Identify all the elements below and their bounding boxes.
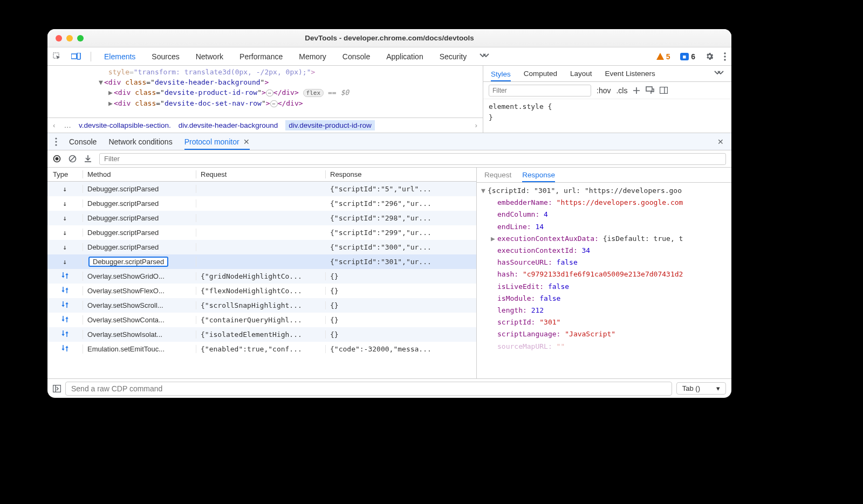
devtools-window: DevTools - developer.chrome.com/docs/dev… <box>47 29 731 398</box>
main-tab-strip: Elements Sources Network Performance Mem… <box>47 47 731 66</box>
table-row[interactable]: Overlay.setShowConta...{"containerQueryH… <box>47 313 476 327</box>
cell-response: {"scriptId":"298","ur... <box>326 214 476 222</box>
protocol-table: Type Method Request Response ↓Debugger.s… <box>47 168 477 378</box>
close-tab-icon[interactable]: ✕ <box>243 137 250 146</box>
sidebar-toggle-icon[interactable] <box>660 87 668 94</box>
tab-styles[interactable]: Styles <box>491 70 511 81</box>
breadcrumb-right-icon[interactable]: › <box>474 121 479 129</box>
cell-response: {"scriptId":"296","ur... <box>326 199 476 208</box>
titlebar: DevTools - developer.chrome.com/docs/dev… <box>47 29 731 47</box>
cell-response: {"scriptId":"5","url"... <box>326 185 476 193</box>
col-method[interactable]: Method <box>83 170 196 178</box>
drawer-tab-protocol-monitor[interactable]: Protocol monitor ✕ <box>184 137 250 150</box>
svg-point-13 <box>56 157 59 161</box>
detail-tab-strip: Request Response <box>477 168 731 183</box>
cell-method: Overlay.setShowGridO... <box>83 272 196 280</box>
breadcrumb-item-active[interactable]: div.devsite-product-id-row <box>285 120 375 130</box>
drawer-tab-network-conditions[interactable]: Network conditions <box>108 137 172 146</box>
cell-type <box>47 315 83 325</box>
svg-point-10 <box>55 141 57 142</box>
table-row[interactable]: ↓Debugger.scriptParsed{"scriptId":"299",… <box>47 225 476 240</box>
cell-request: {"scrollSnapHighlight... <box>196 301 326 309</box>
tab-event-listeners[interactable]: Event Listeners <box>605 70 655 78</box>
styles-more-tabs-icon[interactable] <box>714 71 724 77</box>
table-row[interactable]: Overlay.setShowFlexO...{"flexNodeHighlig… <box>47 284 476 298</box>
table-row[interactable]: ↓Debugger.scriptParsed{"scriptId":"300",… <box>47 240 476 254</box>
tab-network[interactable]: Network <box>193 52 227 61</box>
element-style-close: } <box>489 112 726 123</box>
protocol-filter-input[interactable] <box>99 153 726 165</box>
cell-request: {"flexNodeHighlightCo... <box>196 287 326 295</box>
issue-indicator[interactable]: ■ 6 <box>680 52 695 61</box>
drawer-tab-console[interactable]: Console <box>69 137 97 146</box>
paint-icon[interactable] <box>646 86 654 94</box>
minimize-window[interactable] <box>66 35 73 42</box>
cell-response: {} <box>326 316 476 324</box>
dom-row[interactable]: ▶<div class="devsite-doc-set-nav-row">⋯<… <box>47 98 483 109</box>
table-row[interactable]: Overlay.setShowIsolat...{"isolatedElemen… <box>47 327 476 342</box>
toggle-sidebar-icon[interactable] <box>53 385 61 392</box>
svg-rect-1 <box>71 54 77 59</box>
close-window[interactable] <box>56 35 62 42</box>
tab-application[interactable]: Application <box>383 52 427 61</box>
cdp-command-input[interactable] <box>65 382 672 396</box>
detail-body[interactable]: ▼{scriptId: "301", url: "https://develop… <box>477 183 731 378</box>
tab-button[interactable]: Tab ()▾ <box>676 382 726 395</box>
warning-indicator[interactable]: 5 <box>656 52 670 61</box>
device-toolbar-icon[interactable] <box>71 53 81 60</box>
settings-icon[interactable] <box>705 52 714 61</box>
table-row[interactable]: Emulation.setEmitTouc...{"enabled":true,… <box>47 342 476 356</box>
dom-tree[interactable]: style="transform: translate3d(0px, -/2px… <box>47 66 483 118</box>
drawer-more-icon[interactable] <box>55 137 57 146</box>
tab-performance[interactable]: Performance <box>236 52 286 61</box>
styles-filter-input[interactable] <box>489 85 591 96</box>
breadcrumb-overflow[interactable]: … <box>64 121 72 129</box>
breadcrumb-left-icon[interactable]: ‹ <box>52 121 57 129</box>
cell-method: Debugger.scriptParsed <box>83 185 196 193</box>
tab-elements[interactable]: Elements <box>101 52 139 61</box>
col-type[interactable]: Type <box>47 170 83 178</box>
cell-type <box>47 344 83 354</box>
dom-row[interactable]: ▼<div class="devsite-header-background"> <box>47 77 483 87</box>
col-request[interactable]: Request <box>196 170 326 178</box>
table-row[interactable]: ↓Debugger.scriptParsed{"scriptId":"296",… <box>47 196 476 211</box>
cell-method: Debugger.scriptParsed <box>83 199 196 208</box>
breadcrumb-item[interactable]: v.devsite-collapsible-section. <box>79 121 171 129</box>
tab-computed[interactable]: Computed <box>524 70 557 78</box>
warning-icon <box>656 53 664 60</box>
detail-tab-request[interactable]: Request <box>484 171 511 179</box>
clear-icon[interactable] <box>69 155 77 163</box>
dom-row[interactable]: ▶<div class="devsite-product-id-row">⋯</… <box>47 87 483 98</box>
col-response[interactable]: Response <box>326 170 476 178</box>
cell-type <box>47 301 83 310</box>
record-icon[interactable] <box>53 155 61 163</box>
cls-toggle[interactable]: .cls <box>616 86 627 95</box>
drawer-close-icon[interactable]: ✕ <box>717 137 724 146</box>
more-menu-icon[interactable] <box>724 52 726 61</box>
detail-tab-response[interactable]: Response <box>522 171 555 182</box>
svg-rect-6 <box>646 87 652 91</box>
table-row[interactable]: ↓Debugger.scriptParsed{"scriptId":"298",… <box>47 211 476 225</box>
cell-method: Overlay.setShowIsolat... <box>83 330 196 339</box>
hov-toggle[interactable]: :hov <box>597 86 611 95</box>
more-tabs-icon[interactable] <box>480 53 489 60</box>
add-rule-icon[interactable] <box>633 87 640 94</box>
breadcrumb[interactable]: ‹ … v.devsite-collapsible-section. div.d… <box>47 118 483 133</box>
tab-memory[interactable]: Memory <box>296 52 330 61</box>
cell-type: ↓ <box>47 214 83 222</box>
table-row[interactable]: ↓Debugger.scriptParsed{"scriptId":"301",… <box>47 254 476 269</box>
table-row[interactable]: Overlay.setShowGridO...{"gridNodeHighlig… <box>47 269 476 284</box>
tab-console[interactable]: Console <box>339 52 373 61</box>
breadcrumb-item[interactable]: div.devsite-header-background <box>179 121 278 129</box>
dom-row-clipped[interactable]: style="transform: translate3d(0px, -/2px… <box>47 67 483 77</box>
table-row[interactable]: Overlay.setShowScroll...{"scrollSnapHigh… <box>47 298 476 313</box>
inspect-element-icon[interactable] <box>53 52 61 61</box>
maximize-window[interactable] <box>77 35 84 42</box>
table-row[interactable]: ↓Debugger.scriptParsed{"scriptId":"5","u… <box>47 182 476 196</box>
tab-layout[interactable]: Layout <box>570 70 592 78</box>
table-body: ↓Debugger.scriptParsed{"scriptId":"5","u… <box>47 182 476 378</box>
styles-body[interactable]: element.style { } <box>483 99 731 125</box>
tab-sources[interactable]: Sources <box>148 52 182 61</box>
save-icon[interactable] <box>84 155 92 163</box>
tab-security[interactable]: Security <box>436 52 470 61</box>
